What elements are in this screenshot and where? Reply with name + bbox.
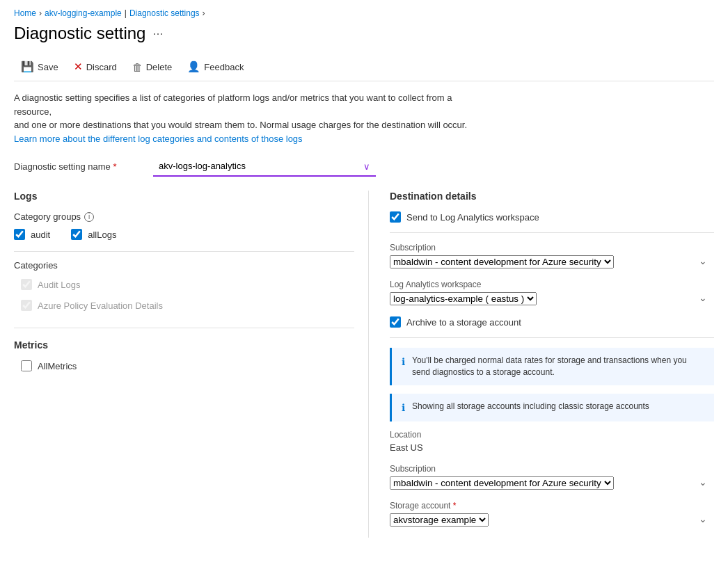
audit-checkbox-item: audit (14, 229, 50, 240)
categories-title: Categories (14, 260, 354, 271)
learn-more-link[interactable]: Learn more about the different log categ… (14, 134, 303, 144)
breadcrumb-sep3: › (203, 8, 205, 18)
more-options-icon[interactable]: ··· (152, 26, 163, 41)
audit-logs-checkbox[interactable] (21, 279, 32, 290)
archive-dest-item: Archive to a storage account (390, 316, 714, 328)
page-title: Diagnostic setting ··· (14, 24, 714, 43)
location-label: Location (390, 430, 714, 440)
azure-policy-label: Azure Policy Evaluation Details (38, 300, 163, 311)
setting-name-row: Diagnostic setting name * ∨ (14, 156, 714, 177)
logs-section-title: Logs (14, 191, 354, 202)
metrics-section: Metrics AllMetrics (14, 339, 354, 371)
workspace-field: Log Analytics workspace log-analytics-ex… (390, 280, 714, 305)
info-icon-2: ℹ (402, 401, 405, 415)
storage-charge-info: ℹ You'll be charged normal data rates fo… (390, 348, 714, 385)
destination-section-title: Destination details (390, 191, 714, 202)
subscription-field: Subscription mbaldwin - content developm… (390, 243, 714, 268)
storage-charge-text: You'll be charged normal data rates for … (412, 355, 704, 378)
description-text: A diagnostic setting specifies a list of… (14, 91, 487, 145)
location-value: East US (390, 442, 714, 453)
discard-button[interactable]: ✕ Discard (67, 57, 124, 77)
main-content: Logs Category groups i audit allLogs (14, 191, 714, 538)
archive-label[interactable]: Archive to a storage account (406, 317, 521, 328)
allLogs-label[interactable]: allLogs (88, 230, 116, 240)
workspace-select-wrapper: log-analytics-example ( eastus ) (390, 292, 714, 305)
breadcrumb-home[interactable]: Home (14, 8, 36, 18)
feedback-button[interactable]: 👤 Feedback (180, 57, 251, 77)
category-group-checkboxes: audit allLogs (14, 229, 354, 240)
category-groups-info-icon[interactable]: i (84, 212, 94, 222)
allLogs-checkbox-item: allLogs (71, 229, 116, 240)
toolbar: 💾 Save ✕ Discard 🗑 Delete 👤 Feedback (14, 53, 714, 81)
subscription2-select[interactable]: mbaldwin - content development for Azure… (390, 476, 614, 490)
setting-name-input-wrapper: ∨ (153, 156, 376, 177)
log-analytics-checkbox[interactable] (390, 211, 401, 223)
audit-logs-checkbox-item: Audit Logs (21, 279, 354, 290)
subscription2-select-wrapper: mbaldwin - content development for Azure… (390, 476, 714, 490)
archive-divider (390, 337, 714, 338)
page-title-text: Diagnostic setting (14, 24, 145, 43)
breadcrumb-diag[interactable]: Diagnostic settings (129, 8, 200, 18)
all-metrics-label[interactable]: AllMetrics (38, 361, 77, 371)
azure-policy-checkbox-item: Azure Policy Evaluation Details (21, 300, 354, 311)
breadcrumb-sep1: › (39, 8, 42, 18)
metrics-divider (14, 328, 354, 328)
storage-account-label: Storage account * (390, 501, 714, 511)
save-button[interactable]: 💾 Save (14, 57, 65, 77)
azure-policy-checkbox[interactable] (21, 300, 32, 311)
breadcrumb: Home › akv-logging-example | Diagnostic … (14, 8, 714, 18)
category-groups-section: Category groups i audit allLogs (14, 211, 354, 240)
left-panel: Logs Category groups i audit allLogs (14, 191, 369, 538)
breadcrumb-sep2: | (125, 8, 127, 18)
categories-section: Categories Audit Logs Azure Policy Evalu… (14, 260, 354, 311)
log-analytics-divider (390, 232, 714, 233)
delete-button[interactable]: 🗑 Delete (125, 58, 180, 77)
audit-checkbox[interactable] (14, 229, 25, 240)
storage-account-select-wrapper: akvstorage example (390, 513, 714, 527)
workspace-label: Log Analytics workspace (390, 280, 714, 289)
log-analytics-label[interactable]: Send to Log Analytics workspace (406, 212, 539, 223)
storage-account-select[interactable]: akvstorage example (390, 513, 489, 527)
breadcrumb-akv[interactable]: akv-logging-example (45, 8, 122, 18)
all-metrics-checkbox-item: AllMetrics (21, 360, 354, 371)
storage-required: * (453, 501, 457, 511)
setting-name-input[interactable] (153, 156, 376, 177)
subscription-select[interactable]: mbaldwin - content development for Azure… (390, 255, 614, 268)
feedback-icon: 👤 (187, 61, 200, 73)
archive-checkbox[interactable] (390, 316, 401, 328)
discard-label: Discard (86, 62, 117, 72)
save-label: Save (38, 62, 58, 72)
subscription2-label: Subscription (390, 464, 714, 474)
save-icon: 💾 (21, 61, 34, 73)
desc-line2: and one or more destinations that you wo… (14, 120, 467, 130)
audit-logs-label: Audit Logs (38, 280, 80, 290)
delete-icon: 🗑 (132, 61, 143, 73)
log-analytics-dest-item: Send to Log Analytics workspace (390, 211, 714, 223)
delete-label: Delete (146, 62, 173, 72)
all-metrics-checkbox[interactable] (21, 360, 32, 371)
category-groups-label: Category groups i (14, 211, 354, 222)
location-field: Location East US (390, 430, 714, 453)
storage-account-field: Storage account * akvstorage example (390, 501, 714, 527)
workspace-select[interactable]: log-analytics-example ( eastus ) (390, 292, 537, 305)
subscription-select-wrapper: mbaldwin - content development for Azure… (390, 255, 714, 268)
logs-divider (14, 251, 354, 252)
storage-accounts-info: ℹ Showing all storage accounts including… (390, 394, 714, 422)
desc-line1: A diagnostic setting specifies a list of… (14, 93, 452, 117)
required-indicator: * (113, 161, 116, 172)
subscription-label: Subscription (390, 243, 714, 252)
allLogs-checkbox[interactable] (71, 229, 82, 240)
info-icon-1: ℹ (402, 355, 405, 378)
subscription2-field: Subscription mbaldwin - content developm… (390, 464, 714, 490)
right-panel: Destination details Send to Log Analytic… (369, 191, 714, 538)
discard-icon: ✕ (74, 61, 83, 73)
metrics-section-title: Metrics (14, 339, 354, 351)
input-chevron-icon: ∨ (363, 161, 370, 172)
audit-label[interactable]: audit (31, 230, 50, 240)
feedback-label: Feedback (204, 62, 244, 72)
setting-name-label: Diagnostic setting name * (14, 161, 153, 172)
storage-accounts-text: Showing all storage accounts including c… (412, 401, 649, 415)
